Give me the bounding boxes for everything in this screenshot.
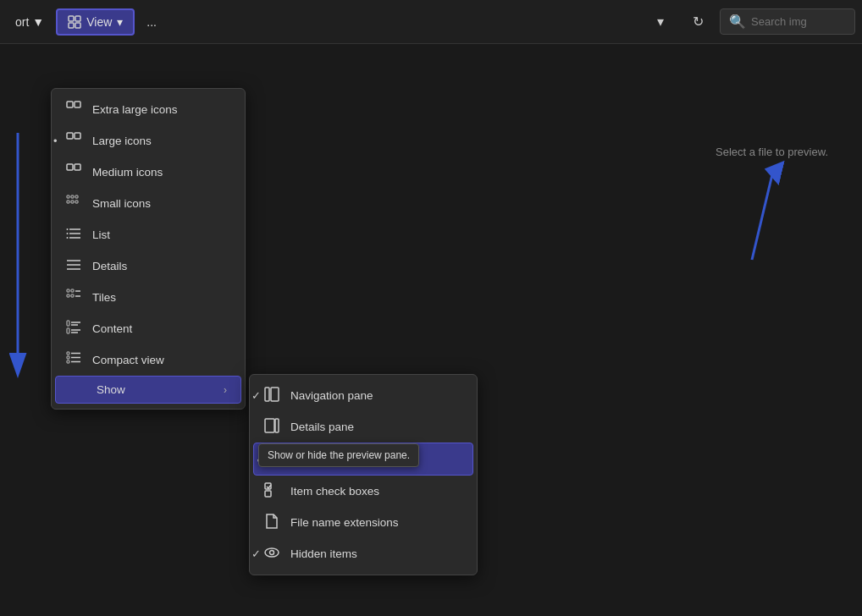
- svg-rect-43: [265, 388, 269, 401]
- submenu-item-nav-pane[interactable]: ✓ Navigation pane: [250, 380, 477, 411]
- menu-item-tiles[interactable]: Tiles: [52, 282, 245, 313]
- up-arrow-annotation: [710, 158, 794, 268]
- view-arrow: ▾: [117, 15, 123, 29]
- submenu-item-file-ext[interactable]: File name extensions: [250, 507, 477, 538]
- menu-item-extra-large[interactable]: Extra large icons: [52, 94, 245, 125]
- details-pane-icon: [263, 418, 280, 436]
- svg-rect-7: [75, 133, 80, 139]
- svg-rect-0: [69, 16, 74, 21]
- svg-rect-46: [275, 419, 279, 432]
- details-pane-label: Details pane: [290, 421, 354, 433]
- medium-label: Medium icons: [92, 166, 163, 179]
- view-label: View: [86, 15, 112, 29]
- svg-rect-6: [67, 133, 73, 139]
- dropdown-button[interactable]: ▾: [645, 7, 676, 37]
- svg-rect-10: [67, 195, 69, 198]
- large-icon: [65, 132, 82, 150]
- svg-rect-25: [67, 289, 69, 292]
- svg-rect-1: [75, 16, 80, 21]
- compact-label: Compact view: [92, 354, 164, 366]
- menu-item-content[interactable]: Content: [52, 313, 245, 344]
- menu-item-compact[interactable]: Compact view: [52, 344, 245, 376]
- menu-item-show[interactable]: Show ›: [55, 376, 241, 404]
- svg-line-56: [752, 171, 773, 260]
- sort-label: ort: [15, 15, 29, 29]
- toolbar-right: ▾ ↻ 🔍: [645, 7, 855, 37]
- svg-rect-28: [71, 294, 74, 297]
- view-dropdown-menu: Extra large icons • Large icons Medium i…: [51, 88, 246, 410]
- svg-point-51: [265, 548, 279, 557]
- extra-large-label: Extra large icons: [92, 103, 178, 116]
- svg-rect-2: [69, 23, 74, 28]
- search-box: 🔍: [720, 8, 855, 35]
- svg-rect-13: [67, 201, 69, 203]
- large-label: Large icons: [92, 135, 152, 147]
- list-icon: [65, 226, 82, 244]
- svg-rect-45: [265, 419, 274, 432]
- show-label: Show: [97, 383, 125, 396]
- large-check: •: [53, 135, 58, 147]
- submenu-item-check-boxes[interactable]: Item check boxes: [250, 476, 477, 507]
- svg-rect-4: [67, 102, 73, 107]
- svg-rect-27: [67, 294, 69, 297]
- svg-rect-15: [75, 201, 78, 203]
- svg-rect-44: [271, 388, 279, 401]
- main-area: Extra large icons • Large icons Medium i…: [0, 44, 862, 616]
- svg-rect-5: [75, 102, 80, 107]
- menu-item-details[interactable]: Details: [52, 250, 245, 282]
- menu-item-large[interactable]: • Large icons: [52, 125, 245, 157]
- medium-icon: [65, 163, 82, 181]
- svg-point-19: [67, 228, 69, 230]
- toolbar: ort ▼ View ▾ ... ▾ ↻ 🔍: [0, 0, 862, 44]
- tiles-icon: [65, 289, 82, 306]
- menu-item-list[interactable]: List: [52, 219, 245, 250]
- extra-large-icon: [65, 101, 82, 118]
- svg-rect-14: [71, 201, 74, 203]
- sort-button[interactable]: ort ▼: [7, 10, 52, 34]
- preview-pane-tooltip: Show or hide the preview pane.: [258, 443, 419, 467]
- svg-rect-39: [67, 360, 69, 363]
- svg-point-21: [67, 237, 69, 239]
- submenu-item-hidden[interactable]: ✓ Hidden items: [250, 538, 477, 569]
- menu-item-medium[interactable]: Medium icons: [52, 157, 245, 188]
- svg-rect-50: [265, 491, 271, 497]
- file-ext-icon: [263, 514, 280, 531]
- details-label: Details: [92, 260, 127, 272]
- search-input[interactable]: [751, 15, 853, 28]
- nav-pane-check: ✓: [251, 389, 261, 402]
- svg-rect-38: [67, 356, 69, 359]
- svg-rect-26: [71, 289, 74, 292]
- svg-rect-37: [67, 352, 69, 355]
- more-button[interactable]: ...: [138, 10, 165, 34]
- sort-arrow: ▼: [32, 15, 44, 29]
- details-icon: [65, 257, 82, 275]
- refresh-button[interactable]: ↻: [682, 7, 713, 37]
- view-button[interactable]: View ▾: [56, 8, 135, 36]
- svg-point-20: [67, 233, 69, 234]
- compact-icon: [65, 351, 82, 369]
- submenu-item-details-pane[interactable]: Details pane: [250, 411, 477, 443]
- menu-item-small[interactable]: Small icons: [52, 188, 245, 219]
- toolbar-left: ort ▼ View ▾ ...: [7, 8, 165, 36]
- svg-point-52: [270, 551, 274, 555]
- search-icon: 🔍: [729, 14, 746, 30]
- small-label: Small icons: [92, 197, 151, 210]
- svg-rect-3: [75, 23, 80, 28]
- nav-pane-label: Navigation pane: [290, 389, 373, 402]
- show-submenu: ✓ Navigation pane Details pane ✓ Preview…: [249, 374, 478, 575]
- svg-rect-9: [75, 164, 80, 170]
- svg-rect-8: [67, 164, 73, 170]
- nav-pane-icon: [263, 387, 280, 404]
- svg-rect-32: [67, 328, 69, 333]
- file-ext-label: File name extensions: [290, 516, 399, 529]
- hidden-check: ✓: [251, 547, 261, 560]
- view-icon: [68, 15, 81, 29]
- hidden-label: Hidden items: [290, 547, 357, 560]
- hidden-icon: [263, 545, 280, 563]
- more-label: ...: [146, 15, 157, 29]
- tiles-label: Tiles: [92, 291, 116, 304]
- down-arrow-annotation: [4, 124, 31, 378]
- content-icon: [65, 320, 82, 338]
- content-label: Content: [92, 322, 132, 335]
- tooltip-text: Show or hide the preview pane.: [268, 449, 410, 461]
